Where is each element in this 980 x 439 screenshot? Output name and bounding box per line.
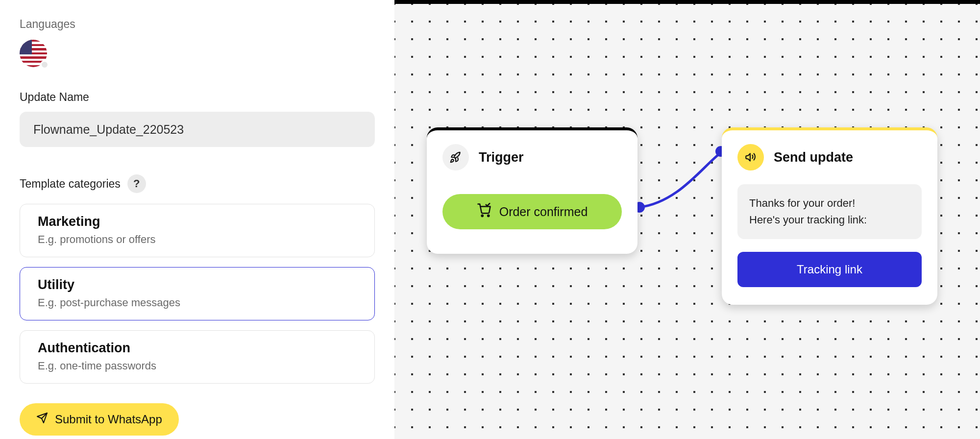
category-card-utility[interactable]: Utility E.g. post-purchase messages xyxy=(20,267,375,320)
language-status-dot xyxy=(40,60,49,69)
category-title: Authentication xyxy=(38,341,357,356)
submit-to-whatsapp-button[interactable]: Submit to WhatsApp xyxy=(20,403,179,436)
help-icon[interactable]: ? xyxy=(127,174,146,193)
update-name-input[interactable] xyxy=(20,112,375,147)
languages-label: Languages xyxy=(20,18,375,31)
svg-point-1 xyxy=(488,215,489,217)
submit-button-label: Submit to WhatsApp xyxy=(55,413,162,426)
send-node-title: Send update xyxy=(774,150,853,165)
message-preview: Thanks for your order! Here's your track… xyxy=(737,184,922,239)
category-title: Marketing xyxy=(38,214,357,229)
category-desc: E.g. promotions or offers xyxy=(38,233,357,246)
megaphone-icon xyxy=(737,144,764,171)
flow-canvas[interactable]: Trigger Order confirmed xyxy=(394,0,980,439)
svg-point-0 xyxy=(481,215,483,217)
category-list: Marketing E.g. promotions or offers Util… xyxy=(20,204,375,384)
category-desc: E.g. post-purchase messages xyxy=(38,296,357,309)
settings-panel: Languages Update Name Template categorie… xyxy=(0,0,394,439)
flow-node-send-update[interactable]: Send update Thanks for your order! Here'… xyxy=(722,127,937,305)
update-name-label: Update Name xyxy=(20,91,375,104)
trigger-event-pill[interactable]: Order confirmed xyxy=(442,194,622,229)
paper-plane-icon xyxy=(36,412,48,427)
template-categories-label: Template categories xyxy=(20,177,121,191)
category-desc: E.g. one-time passwords xyxy=(38,360,357,372)
cart-check-icon xyxy=(477,203,491,220)
category-card-marketing[interactable]: Marketing E.g. promotions or offers xyxy=(20,204,375,257)
message-line: Here's your tracking link: xyxy=(749,212,910,228)
language-selector[interactable] xyxy=(20,40,47,67)
trigger-node-title: Trigger xyxy=(479,150,524,165)
rocket-icon xyxy=(442,144,469,171)
flow-node-trigger[interactable]: Trigger Order confirmed xyxy=(427,127,637,254)
tracking-link-button[interactable]: Tracking link xyxy=(737,252,922,287)
category-card-authentication[interactable]: Authentication E.g. one-time passwords xyxy=(20,330,375,384)
message-line: Thanks for your order! xyxy=(749,195,910,212)
trigger-event-label: Order confirmed xyxy=(499,205,588,219)
category-title: Utility xyxy=(38,277,357,293)
